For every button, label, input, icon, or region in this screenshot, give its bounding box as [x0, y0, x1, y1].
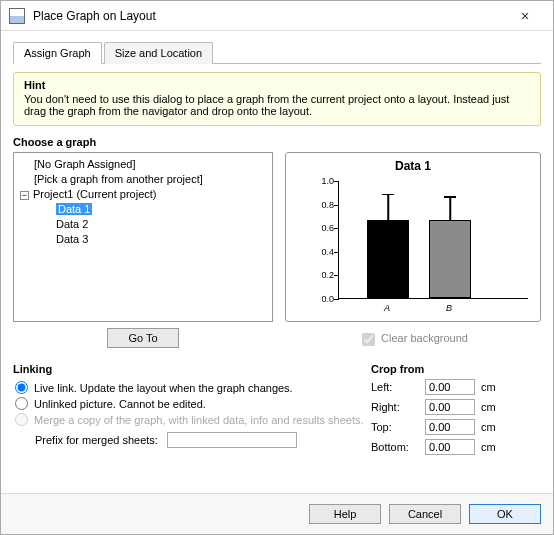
- dialog-window: Place Graph on Layout × Assign Graph Siz…: [0, 0, 554, 535]
- dialog-footer: Help Cancel OK: [1, 493, 553, 534]
- bar-B: [429, 180, 471, 298]
- preview-column: Data 1 0.00.20.40.60.81.0 AB Clear backg…: [285, 152, 541, 349]
- titlebar: Place Graph on Layout ×: [1, 1, 553, 31]
- crop-bottom-unit: cm: [481, 441, 505, 453]
- choose-graph-title: Choose a graph: [13, 136, 541, 148]
- tree-item-data3[interactable]: Data 3: [20, 232, 266, 247]
- hint-title: Hint: [24, 79, 530, 91]
- hint-body: You don't need to use this dialog to pla…: [24, 93, 530, 117]
- prefix-row: Prefix for merged sheets:: [13, 432, 371, 448]
- collapse-icon[interactable]: −: [20, 191, 29, 200]
- ok-button[interactable]: OK: [469, 504, 541, 524]
- chart-area: 0.00.20.40.60.81.0 AB: [310, 181, 528, 301]
- radio-unlinked-input[interactable]: [15, 397, 28, 410]
- lower-row: Linking Live link. Update the layout whe…: [13, 363, 541, 455]
- tree-column: [No Graph Assigned] [Pick a graph from a…: [13, 152, 273, 349]
- crop-top-input[interactable]: [425, 419, 475, 435]
- bar-A: [367, 180, 409, 298]
- clear-background-checkbox: [362, 333, 375, 346]
- x-tick-label: A: [384, 303, 390, 313]
- radio-unlinked[interactable]: Unlinked picture. Cannot be edited.: [13, 397, 371, 410]
- prefix-label: Prefix for merged sheets:: [35, 434, 158, 446]
- tab-size-location[interactable]: Size and Location: [104, 42, 213, 64]
- linking-title: Linking: [13, 363, 371, 375]
- content-area: Assign Graph Size and Location Hint You …: [1, 31, 553, 455]
- y-axis: 0.00.20.40.60.81.0: [310, 181, 338, 301]
- crop-right-label: Right:: [371, 401, 419, 413]
- crop-title: Crop from: [371, 363, 541, 375]
- preview-title: Data 1: [286, 159, 540, 173]
- linking-section: Linking Live link. Update the layout whe…: [13, 363, 371, 455]
- tree-item-data2[interactable]: Data 2: [20, 217, 266, 232]
- help-button[interactable]: Help: [309, 504, 381, 524]
- radio-merge-input: [15, 413, 28, 426]
- graph-preview: Data 1 0.00.20.40.60.81.0 AB: [285, 152, 541, 322]
- graph-tree[interactable]: [No Graph Assigned] [Pick a graph from a…: [13, 152, 273, 322]
- clear-bg-row: Clear background: [285, 330, 541, 349]
- tree-pick-other[interactable]: [Pick a graph from another project]: [20, 172, 266, 187]
- close-icon[interactable]: ×: [505, 8, 545, 24]
- hint-box: Hint You don't need to use this dialog t…: [13, 72, 541, 126]
- crop-grid: Left: cm Right: cm Top: cm Bottom: cm: [371, 379, 541, 455]
- crop-top-label: Top:: [371, 421, 419, 433]
- crop-left-unit: cm: [481, 381, 505, 393]
- x-axis-labels: AB: [338, 303, 528, 317]
- plot-area: [338, 181, 528, 299]
- radio-merge: Merge a copy of the graph, with linked d…: [13, 413, 371, 426]
- y-tick-label: 1.0: [321, 176, 334, 186]
- tab-strip: Assign Graph Size and Location: [13, 41, 541, 64]
- goto-button[interactable]: Go To: [107, 328, 178, 348]
- y-tick-label: 0.6: [321, 223, 334, 233]
- tree-item-data1[interactable]: Data 1: [20, 202, 266, 217]
- y-tick-label: 0.8: [321, 200, 334, 210]
- crop-right-unit: cm: [481, 401, 505, 413]
- crop-left-input[interactable]: [425, 379, 475, 395]
- crop-top-unit: cm: [481, 421, 505, 433]
- cancel-button[interactable]: Cancel: [389, 504, 461, 524]
- crop-bottom-label: Bottom:: [371, 441, 419, 453]
- y-tick-label: 0.0: [321, 294, 334, 304]
- radio-live-link-input[interactable]: [15, 381, 28, 394]
- y-tick-label: 0.2: [321, 270, 334, 280]
- crop-bottom-input[interactable]: [425, 439, 475, 455]
- app-icon: [9, 8, 25, 24]
- crop-right-input[interactable]: [425, 399, 475, 415]
- radio-live-link[interactable]: Live link. Update the layout when the gr…: [13, 381, 371, 394]
- goto-row: Go To: [13, 328, 273, 348]
- tree-project[interactable]: −Project1 (Current project): [20, 187, 266, 202]
- crop-section: Crop from Left: cm Right: cm Top: cm Bot…: [371, 363, 541, 455]
- tree-no-graph[interactable]: [No Graph Assigned]: [20, 157, 266, 172]
- choose-row: [No Graph Assigned] [Pick a graph from a…: [13, 152, 541, 349]
- tab-assign-graph[interactable]: Assign Graph: [13, 42, 102, 64]
- crop-left-label: Left:: [371, 381, 419, 393]
- window-title: Place Graph on Layout: [33, 9, 505, 23]
- y-tick-label: 0.4: [321, 247, 334, 257]
- x-tick-label: B: [446, 303, 452, 313]
- prefix-input[interactable]: [167, 432, 297, 448]
- clear-background-label: Clear background: [381, 332, 468, 344]
